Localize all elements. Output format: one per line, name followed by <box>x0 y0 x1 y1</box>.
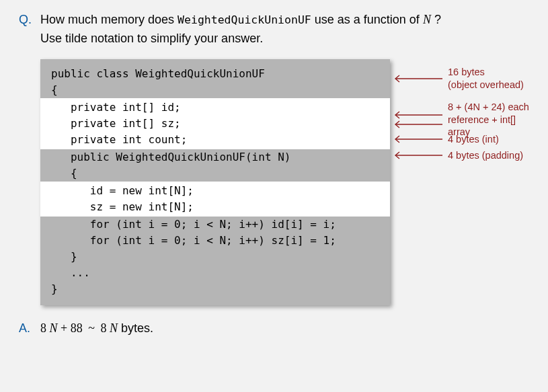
q-l1-post: ? <box>431 13 441 26</box>
annotation-padding: 4 bytes (padding) <box>390 149 523 162</box>
ans-lhs-coeff: 8 <box>40 321 46 335</box>
ans-unit: bytes. <box>118 321 153 335</box>
answer-block: A. 8 N + 88 ~ 8 N bytes. <box>19 321 529 336</box>
annotation-text: 4 bytes (int) <box>448 133 499 146</box>
code-line: ... <box>40 265 390 281</box>
question-block: Q. How much memory does WeightedQuickUni… <box>19 11 529 48</box>
q-l1-pre: How much memory does <box>40 13 178 26</box>
anno1-line1: 16 bytes <box>448 66 524 79</box>
code-line: { <box>40 165 390 182</box>
question-text-1: How much memory does WeightedQuickUnionU… <box>40 11 529 30</box>
code-line: } <box>40 249 390 265</box>
double-arrow-left-icon <box>390 110 444 129</box>
annotation-text: 4 bytes (padding) <box>448 149 523 162</box>
annotation-object-overhead: 16 bytes (object overhead) <box>390 66 524 91</box>
ans-tilde: ~ <box>85 321 97 335</box>
anno1-line2: (object overhead) <box>448 79 524 91</box>
code-line: { <box>40 82 390 98</box>
code-line: } <box>40 281 390 297</box>
code-line: private int[] id; <box>40 98 390 116</box>
code-line: public WeightedQuickUnionUF(int N) <box>40 149 390 165</box>
annotation-int: 4 bytes (int) <box>390 133 499 146</box>
arrow-left-icon <box>390 134 444 144</box>
code-box: public class WeightedQuickUnionUF { priv… <box>40 59 390 305</box>
ans-lhs-var: N <box>50 321 58 335</box>
code-line: sz = new int[N]; <box>40 199 390 217</box>
anno2-line1: 8 + (4N + 24) each <box>448 101 529 114</box>
code-line: for (int i = 0; i < N; i++) sz[i] = 1; <box>40 233 390 249</box>
q-l1-var: N <box>423 13 431 26</box>
annotation-text: 16 bytes (object overhead) <box>448 66 524 91</box>
ans-const: 88 <box>71 321 83 335</box>
arrow-left-icon <box>390 74 444 83</box>
arrow-left-icon <box>390 151 444 160</box>
code-line: private int[] sz; <box>40 116 390 132</box>
answer-marker: A. <box>19 321 40 336</box>
answer-text: 8 N + 88 ~ 8 N bytes. <box>40 321 153 336</box>
code-line: id = new int[N]; <box>40 182 390 199</box>
q-l1-classname: WeightedQuickUnionUF <box>178 13 311 26</box>
question-marker: Q. <box>19 11 40 30</box>
code-line: private int count; <box>40 132 390 149</box>
figure-row: public class WeightedQuickUnionUF { priv… <box>19 59 529 305</box>
question-line-1: Q. How much memory does WeightedQuickUni… <box>19 11 529 30</box>
question-line-2: Use tilde notation to simplify your answ… <box>19 30 529 48</box>
q-l1-mid: use as a function of <box>311 13 423 26</box>
page: Q. How much memory does WeightedQuickUni… <box>0 0 548 346</box>
code-line: public class WeightedQuickUnionUF <box>40 66 390 82</box>
ans-rhs-var: N <box>110 321 118 335</box>
ans-rhs-coeff: 8 <box>100 321 106 335</box>
ans-plus: + <box>58 321 71 335</box>
code-line: for (int i = 0; i < N; i++) id[i] = i; <box>40 217 390 233</box>
